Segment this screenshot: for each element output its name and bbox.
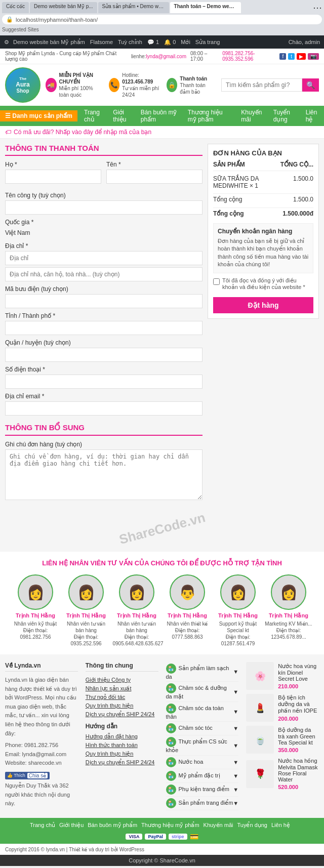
lienhe-label: lienhe:: [131, 54, 146, 59]
footer-product-img: 🍵: [246, 726, 274, 754]
facebook-like-badge[interactable]: 👍 Thích Chia sẻ: [5, 772, 50, 779]
footer-info-link[interactable]: Giới thiệu Công ty: [86, 676, 158, 684]
city-input[interactable]: [5, 321, 202, 335]
footer-guide-link[interactable]: Hình thức thanh toán: [86, 741, 158, 750]
footer-info-link[interactable]: Quy trình thực hiện: [86, 701, 158, 710]
footer-category-item[interactable]: 🏪Sản phẩm làm sạch da▼: [166, 662, 239, 682]
footer-bottom-link[interactable]: Thương hiệu mỹ phẩm: [141, 822, 199, 828]
staff-name: Trịnh Thị Hằng: [12, 612, 60, 619]
category-menu-btn[interactable]: ☰ Danh mục sản phẩm: [0, 110, 77, 121]
email-input[interactable]: [5, 401, 202, 416]
footer-category-item[interactable]: 🏪Mỹ phẩm đặc trị▼: [166, 769, 239, 783]
footer-product-info: Nước hoa vùng kín Dionel Secret Love 210…: [278, 663, 319, 689]
nav-recruit[interactable]: Tuyển dụng: [269, 108, 301, 124]
menu-label: Danh mục sản phẩm: [12, 112, 72, 119]
flatsome-link[interactable]: Flatsome: [90, 39, 113, 45]
footer-product-item[interactable]: 💄 Bộ tiện ích dưỡng da và phấn nền IOPE …: [246, 694, 319, 722]
nav-promo[interactable]: Khuyến mãi: [237, 108, 268, 124]
country-group: Quốc gia * Việt Nam: [5, 219, 202, 238]
footer-info-link[interactable]: Nhân lực sản xuất: [86, 684, 158, 693]
demo-site-link[interactable]: Demo website bán Mỹ phẩm: [13, 39, 85, 46]
youtube-btn[interactable]: ▶: [297, 53, 306, 60]
order-notes-input[interactable]: [5, 449, 202, 500]
new-link[interactable]: Mới: [181, 39, 190, 46]
footer-product-img: 🌹: [246, 760, 274, 788]
footer-category-item[interactable]: 🏪Chăm sóc da toàn thân▼: [166, 702, 239, 722]
staff-card: 👨 Trịnh Thị Hằng Nhân viên thiết kếĐiện …: [164, 574, 212, 647]
footer-product-item[interactable]: 🍵 Bộ dưỡng da trà xanh Green Tea Special…: [246, 726, 319, 754]
footer-guide-link[interactable]: Hướng dẫn đặt hàng: [86, 732, 158, 741]
footer-info-link[interactable]: Dịch vụ chuyển SHIP 24/24: [86, 710, 158, 719]
address-input[interactable]: [5, 251, 202, 265]
payment-icon: 🔒: [167, 78, 178, 92]
address2-input[interactable]: [5, 267, 202, 281]
search-button[interactable]: 🔍: [302, 78, 319, 92]
nav-home[interactable]: Trang chủ: [80, 108, 108, 124]
footer-bottom-link[interactable]: Liên hệ: [271, 822, 290, 828]
footer-products-col: 🌸 Nước hoa vùng kín Dionel Secret Love 2…: [246, 662, 319, 810]
footer-category-item[interactable]: 🏪Sản phẩm trang điểm▼: [166, 797, 239, 810]
footer-bottom-links: Trang chủGiới thiệuBán buôn mỹ phẩmThươn…: [30, 821, 294, 829]
logo-area[interactable]: The Aura Shop: [5, 67, 40, 103]
place-order-button[interactable]: Đặt hàng: [213, 297, 313, 313]
footer-bottom-link[interactable]: Khuyến mãi: [204, 822, 233, 828]
staff-avatar: 👨: [170, 574, 205, 610]
last-name-input[interactable]: [106, 170, 202, 184]
edit-page-link[interactable]: Sửa trang: [195, 39, 220, 46]
order-notes-group: Ghi chú đơn hàng (tuỳ chọn): [5, 441, 202, 502]
order-notes-label: Ghi chú đơn hàng (tuỳ chọn): [5, 441, 202, 448]
paypal-badge: PayPal: [145, 834, 166, 840]
instagram-btn[interactable]: 📷: [308, 53, 319, 60]
tab-coccoc[interactable]: Cốc cốc: [2, 2, 29, 13]
footer-product-item[interactable]: 🌸 Nước hoa vùng kín Dionel Secret Love 2…: [246, 662, 319, 690]
cat-icon: 🏪: [166, 771, 176, 781]
terms-checkbox[interactable]: [213, 278, 220, 285]
nav-brands[interactable]: Thương hiệu mỹ phẩm: [184, 108, 236, 124]
watermark-area: ShareCode.vn: [0, 511, 324, 547]
footer-category-item[interactable]: 🏪Chăm sóc tóc▼: [166, 722, 239, 735]
footer-bottom-link[interactable]: Giới thiệu: [59, 822, 84, 828]
search-input[interactable]: [221, 78, 302, 92]
twitter-btn[interactable]: t: [288, 53, 295, 60]
social-buttons: f t ▶ 📷: [279, 53, 319, 60]
tab-edit[interactable]: Sửa sản phẩm • Demo we...: [98, 2, 169, 13]
nav-contact[interactable]: Liên hệ: [302, 108, 324, 124]
free-ship-icon: 🚚: [46, 78, 57, 92]
facebook-btn[interactable]: f: [279, 53, 286, 60]
staff-role: Marketing KV Miền...Điện thoại: 12345.67…: [265, 621, 313, 640]
comments-link[interactable]: 💬 1: [147, 39, 159, 46]
customize-link[interactable]: Tuỳ chỉnh: [118, 39, 142, 46]
footer-guide-link[interactable]: Dịch vụ chuyển SHIP 24/24: [86, 758, 158, 767]
footer-bottom-link[interactable]: Trang chủ: [30, 822, 55, 828]
first-name-input[interactable]: [5, 170, 101, 184]
footer-categories: 🏪Sản phẩm làm sạch da▼🏪Chăm sóc & dưỡng …: [166, 662, 239, 810]
payment-method-desc: Đơn hàng của bạn sẽ bị giữ và chỉ hoàn t…: [218, 237, 309, 269]
footer-category-item[interactable]: 🏪Nước hoa▼: [166, 756, 239, 769]
footer-bottom-link[interactable]: Bán buôn mỹ phẩm: [88, 822, 137, 828]
footer-category-item[interactable]: 🏪Phụ kiện trang điểm▼: [166, 783, 239, 797]
footer-product-name: Bộ tiện ích dưỡng da và phấn nền IOPE: [278, 694, 319, 714]
coupon-bar[interactable]: 🏷 Có mã ưu đãi? Nhấp vào đây để nhập mã …: [0, 126, 324, 139]
main-header: The Aura Shop 🚚 MIỄN PHÍ VẬN CHUYỂN Miễn…: [0, 64, 324, 106]
nav-about[interactable]: Giới thiệu: [109, 108, 136, 124]
postcode-input[interactable]: [5, 294, 202, 308]
nav-wholesale[interactable]: Bán buôn mỹ phẩm: [137, 108, 183, 124]
company-input[interactable]: [5, 200, 202, 215]
tab-checkout[interactable]: Thanh toán – Demo webs...: [170, 2, 241, 13]
footer-bottom-link[interactable]: Tuyển dụng: [237, 822, 267, 828]
footer-guide-link[interactable]: Quy trình thực hiện: [86, 750, 158, 758]
notifications-link[interactable]: 🔔 0: [164, 39, 176, 46]
cat-icon: 🏪: [166, 664, 176, 674]
footer-category-item[interactable]: 🏪Chăm sóc & dưỡng da mặt▼: [166, 682, 239, 702]
order-title: ĐƠN HÀNG CỦA BẠN: [213, 149, 313, 157]
wp-logo[interactable]: ⚙: [4, 39, 9, 46]
footer-product-item[interactable]: 🌹 Nước hoa hồng Melvita Damask Rose Flor…: [246, 758, 319, 790]
footer-category-item[interactable]: 🏪Thực phẩm CS sức khỏe▼: [166, 735, 239, 756]
phone-input[interactable]: [5, 375, 202, 389]
footer-info-link[interactable]: Thư ngỏ đối tác: [86, 693, 158, 701]
share-icon[interactable]: ⋯: [313, 2, 322, 13]
address-bar[interactable]: 🔒 localhost/myphamnoi/thanh-toan/: [2, 15, 322, 24]
district-input[interactable]: [5, 348, 202, 362]
total-row: Tổng cộng 1.500.000đ: [213, 208, 313, 219]
tab-demo[interactable]: Demo website bán Mỹ p...: [30, 2, 97, 13]
